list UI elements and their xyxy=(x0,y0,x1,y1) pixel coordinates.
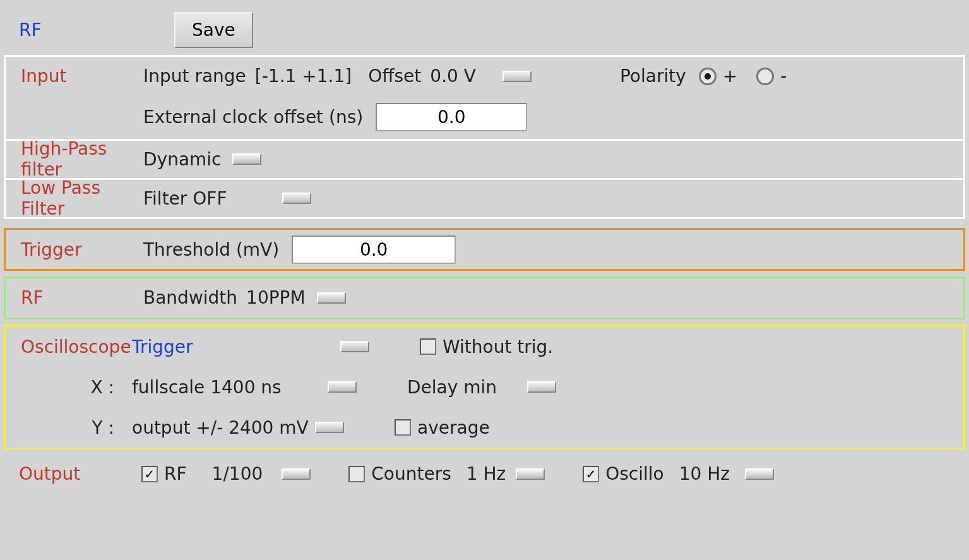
output-counters-dropdown[interactable] xyxy=(516,468,545,480)
average-label: average xyxy=(417,417,490,438)
output-rf-dropdown[interactable] xyxy=(282,468,311,480)
checkbox-icon xyxy=(583,466,599,482)
oscillo-y-row: Y : output +/- 2400 mV average xyxy=(6,407,963,448)
input-range-label: Input range xyxy=(143,66,246,86)
bandwidth-label: Bandwidth xyxy=(143,287,237,308)
rf-section: RF Bandwidth 10PPM xyxy=(4,277,965,319)
panel-title: RF xyxy=(4,20,174,40)
oscillo-trigger-row: Oscilloscope Trigger Without trig. xyxy=(6,326,963,367)
output-rf-label: RF xyxy=(164,463,187,484)
input-section: Input Input range [-1.1 +1.1] Offset 0.0… xyxy=(4,55,965,219)
polarity-label: Polarity xyxy=(620,66,686,86)
checkbox-icon xyxy=(395,419,411,436)
oscillo-x-dropdown[interactable] xyxy=(328,381,357,393)
oscilloscope-section: Oscilloscope Trigger Without trig. X : f… xyxy=(4,325,965,450)
output-label: Output xyxy=(4,463,141,484)
without-trig-label: Without trig. xyxy=(443,337,553,357)
output-oscillo-rate: 10 Hz xyxy=(679,463,730,484)
ext-clock-label: External clock offset (ns) xyxy=(143,107,363,128)
output-rf-checkbox[interactable]: RF xyxy=(141,463,187,484)
lowpass-value: Filter OFF xyxy=(143,188,282,209)
offset-dropdown[interactable] xyxy=(502,71,532,82)
radio-icon xyxy=(699,68,716,85)
oscillo-delay-label: Delay min xyxy=(407,377,527,398)
oscillo-label: Oscilloscope xyxy=(6,337,132,357)
oscillo-x-label: X : xyxy=(6,377,132,398)
polarity-minus-label: - xyxy=(780,66,787,86)
checkbox-icon xyxy=(141,466,158,482)
input-row-2: External clock offset (ns) xyxy=(6,96,963,139)
output-oscillo-label: Oscillo xyxy=(605,463,664,484)
bandwidth-dropdown[interactable] xyxy=(317,292,346,304)
input-row-1: Input Input range [-1.1 +1.1] Offset 0.0… xyxy=(6,57,963,96)
oscillo-trigger-dropdown[interactable] xyxy=(340,341,369,352)
polarity-plus-label: + xyxy=(723,66,737,86)
threshold-input[interactable] xyxy=(292,235,456,264)
oscillo-x-value: fullscale 1400 ns xyxy=(132,377,328,398)
threshold-label: Threshold (mV) xyxy=(143,239,279,260)
highpass-value: Dynamic xyxy=(143,149,221,170)
header-row: RF Save xyxy=(4,5,965,54)
without-trig-checkbox[interactable]: Without trig. xyxy=(420,337,553,357)
checkbox-icon xyxy=(348,466,365,482)
output-row: Output RF 1/100 Counters 1 Hz Oscillo 10… xyxy=(4,454,965,494)
output-oscillo-checkbox[interactable]: Oscillo xyxy=(583,463,664,484)
oscillo-y-dropdown[interactable] xyxy=(315,422,344,433)
output-oscillo-dropdown[interactable] xyxy=(745,468,774,480)
average-checkbox[interactable]: average xyxy=(395,417,490,438)
ext-clock-input[interactable] xyxy=(376,103,527,131)
rf-row: RF Bandwidth 10PPM xyxy=(6,278,963,318)
output-rf-rate: 1/100 xyxy=(212,463,263,484)
trigger-label: Trigger xyxy=(6,239,143,260)
trigger-section: Trigger Threshold (mV) xyxy=(4,228,965,271)
checkbox-icon xyxy=(420,338,436,355)
offset-value: 0.0 V xyxy=(430,66,476,86)
rf-settings-panel: RF Save Input Input range [-1.1 +1.1] Of… xyxy=(0,0,969,560)
lowpass-dropdown[interactable] xyxy=(282,193,311,204)
polarity-minus-radio[interactable]: - xyxy=(756,66,787,86)
oscillo-y-label: Y : xyxy=(6,417,132,438)
highpass-label: High-Pass filter xyxy=(6,138,143,180)
oscillo-delay-dropdown[interactable] xyxy=(527,381,556,393)
input-label: Input xyxy=(6,66,143,86)
oscillo-y-value: output +/- 2400 mV xyxy=(132,417,328,438)
oscillo-x-row: X : fullscale 1400 ns Delay min xyxy=(6,367,963,407)
offset-label: Offset xyxy=(368,66,421,86)
oscillo-trigger-label: Trigger xyxy=(132,337,340,357)
output-counters-rate: 1 Hz xyxy=(467,463,506,484)
trigger-row: Trigger Threshold (mV) xyxy=(6,230,963,269)
lowpass-row: Low Pass Filter Filter OFF xyxy=(6,178,963,217)
rf-label: RF xyxy=(6,287,143,308)
radio-icon xyxy=(756,68,774,85)
output-counters-label: Counters xyxy=(371,463,451,484)
polarity-plus-radio[interactable]: + xyxy=(699,66,737,86)
highpass-row: High-Pass filter Dynamic xyxy=(6,139,963,178)
save-button[interactable]: Save xyxy=(174,12,253,48)
input-range-value: [-1.1 +1.1] xyxy=(255,66,352,86)
bandwidth-value: 10PPM xyxy=(246,287,306,308)
output-counters-checkbox[interactable]: Counters xyxy=(348,463,451,484)
highpass-dropdown[interactable] xyxy=(232,153,261,165)
lowpass-label: Low Pass Filter xyxy=(6,177,143,219)
